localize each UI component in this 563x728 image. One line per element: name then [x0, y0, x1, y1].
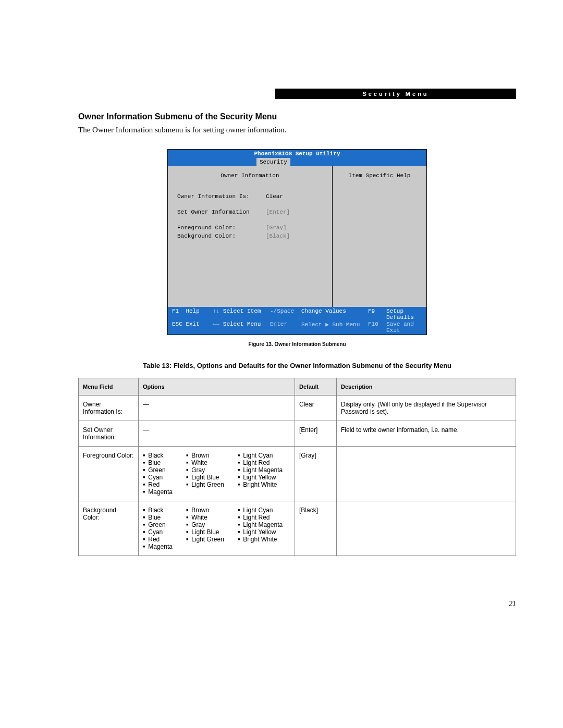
bios-tab-security: Security: [256, 158, 290, 166]
table-row: Set Owner Information: — [Enter] Field t…: [79, 421, 516, 447]
color-list: BrownWhiteGrayLight BlueLight Green: [186, 507, 224, 543]
list-item: Light Magenta: [238, 466, 283, 474]
list-item: Light Magenta: [238, 521, 283, 528]
table-row: Foreground Color: BlackBlueGreenCyanRedM…: [79, 447, 516, 501]
table-row: Background Color: BlackBlueGreenCyanRedM…: [79, 501, 516, 556]
bios-help-panel: Item Specific Help: [333, 166, 426, 307]
bios-row-value: [Gray]: [266, 225, 287, 231]
list-item: Red: [143, 481, 173, 488]
footer-text: Select ▶ Sub-Menu: [301, 321, 368, 334]
cell-description: [337, 447, 516, 501]
footer-key: ←→: [213, 321, 219, 327]
footer-key: ↑↓: [213, 308, 219, 314]
figure-caption: Figure 13. Owner Information Submenu: [78, 341, 516, 347]
section-intro: The Owner Information submenu is for set…: [78, 126, 516, 134]
cell-menu-field: Foreground Color:: [79, 447, 139, 501]
footer-text: Exit: [186, 321, 199, 327]
list-item: Light Green: [186, 481, 224, 488]
th-default: Default: [295, 378, 337, 396]
footer-key: ESC: [172, 321, 182, 327]
bios-screenshot: PhoenixBIOS Setup Utility Security Owner…: [167, 149, 427, 335]
cell-default: [Gray]: [295, 447, 337, 501]
bios-row-value: [Black]: [266, 233, 290, 239]
bios-row-label: Foreground Color:: [177, 225, 266, 231]
bios-help-title: Item Specific Help: [337, 172, 422, 179]
color-list: BlackBlueGreenCyanRedMagenta: [143, 507, 173, 550]
bios-footer: F1 Help ↑↓ Select Item -/Space Change Va…: [168, 307, 426, 335]
list-item: Cyan: [143, 528, 173, 536]
list-item: Green: [143, 466, 173, 474]
bios-left-panel: Owner Information Owner Information Is: …: [168, 166, 333, 307]
page-content: Owner Information Submenu of the Securit…: [0, 0, 563, 556]
cell-default: [Enter]: [295, 421, 337, 447]
list-item: Black: [143, 507, 173, 514]
list-item: Light Green: [186, 536, 224, 543]
list-item: Magenta: [143, 543, 173, 550]
list-item: Light Blue: [186, 528, 224, 536]
list-item: Brown: [186, 507, 224, 514]
list-item: Gray: [186, 466, 224, 474]
list-item: Light Cyan: [238, 507, 283, 514]
color-list: Light CyanLight RedLight MagentaLight Ye…: [238, 507, 283, 543]
cell-options: —: [139, 421, 295, 447]
list-item: Cyan: [143, 474, 173, 481]
cell-options: BlackBlueGreenCyanRedMagenta BrownWhiteG…: [139, 501, 295, 556]
cell-options: BlackBlueGreenCyanRedMagenta BrownWhiteG…: [139, 447, 295, 501]
list-item: Magenta: [143, 488, 173, 496]
fields-table: Menu Field Options Default Description O…: [78, 378, 516, 556]
bios-row-value: Clear: [266, 193, 283, 200]
section-title: Owner Information Submenu of the Securit…: [78, 112, 516, 121]
bios-title: PhoenixBIOS Setup Utility: [168, 150, 426, 158]
footer-key: F9: [368, 308, 386, 320]
footer-key: F10: [368, 321, 386, 334]
th-menu-field: Menu Field: [79, 378, 139, 396]
table-row: Owner Information Is: — Clear Display on…: [79, 396, 516, 421]
bios-row-label: Owner Information Is:: [177, 193, 266, 200]
footer-key: F1: [172, 308, 179, 314]
color-list: BlackBlueGreenCyanRedMagenta: [143, 452, 173, 496]
list-item: Blue: [143, 459, 173, 466]
list-item: White: [186, 459, 224, 466]
cell-menu-field: Set Owner Information:: [79, 421, 139, 447]
list-item: Light Red: [238, 514, 283, 521]
bios-panel-title: Owner Information: [177, 172, 323, 179]
bios-row-value: [Enter]: [266, 209, 290, 215]
cell-description: [337, 501, 516, 556]
color-list: BrownWhiteGrayLight BlueLight Green: [186, 452, 224, 488]
footer-text: Setup Defaults: [386, 308, 422, 320]
list-item: Light Blue: [186, 474, 224, 481]
table-title: Table 13: Fields, Options and Defaults f…: [78, 362, 516, 369]
footer-text: Select Menu: [223, 321, 261, 327]
footer-text: Change Values: [301, 308, 368, 320]
th-options: Options: [139, 378, 295, 396]
list-item: Bright White: [238, 481, 283, 488]
cell-description: Field to write owner information, i.e. n…: [337, 421, 516, 447]
header-bar: Security Menu: [275, 89, 516, 99]
cell-menu-field: Background Color:: [79, 501, 139, 556]
bios-tab-bar: Security: [168, 158, 426, 166]
list-item: White: [186, 514, 224, 521]
list-item: Bright White: [238, 536, 283, 543]
list-item: Light Yellow: [238, 528, 283, 536]
list-item: Black: [143, 452, 173, 459]
list-item: Light Yellow: [238, 474, 283, 481]
th-description: Description: [337, 378, 516, 396]
cell-menu-field: Owner Information Is:: [79, 396, 139, 421]
list-item: Light Cyan: [238, 452, 283, 459]
list-item: Blue: [143, 514, 173, 521]
color-list: Light CyanLight RedLight MagentaLight Ye…: [238, 452, 283, 488]
list-item: Green: [143, 521, 173, 528]
footer-text: Select Item: [223, 308, 261, 314]
bios-row-label: Set Owner Information: [177, 209, 266, 215]
cell-default: Clear: [295, 396, 337, 421]
list-item: Brown: [186, 452, 224, 459]
list-item: Gray: [186, 521, 224, 528]
footer-key: -/Space: [270, 308, 301, 320]
footer-text: Save and Exit: [386, 321, 422, 334]
list-item: Light Red: [238, 459, 283, 466]
cell-default: [Black]: [295, 501, 337, 556]
footer-text: Help: [186, 308, 199, 314]
page-number: 21: [509, 600, 516, 608]
cell-options: —: [139, 396, 295, 421]
footer-key: Enter: [270, 321, 301, 334]
